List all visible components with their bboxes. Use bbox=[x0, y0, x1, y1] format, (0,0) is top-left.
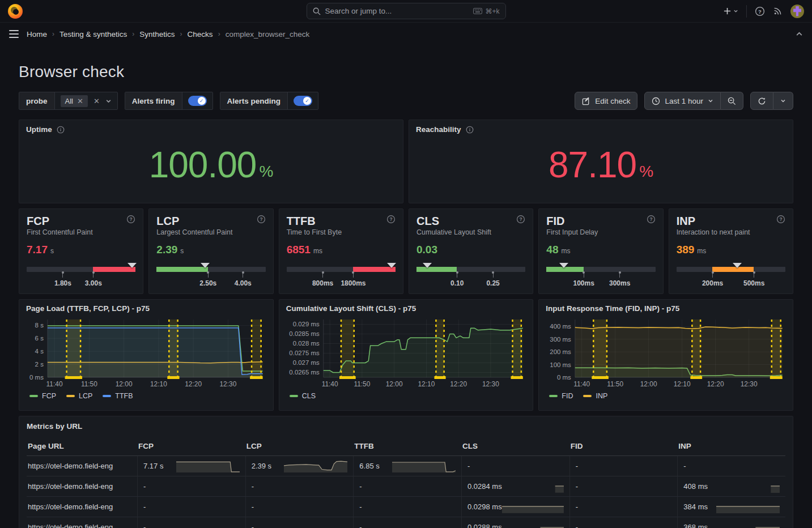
chart-legend: FIDINP bbox=[546, 392, 786, 400]
svg-text:4 s: 4 s bbox=[35, 348, 44, 355]
question-icon[interactable]: ? bbox=[386, 215, 396, 224]
time-series-chart[interactable]: 0 ms100 ms200 ms300 ms400 ms11:4011:5012… bbox=[546, 315, 786, 390]
dashboard: Browser check probe All ✕ ✕ Alerts firin… bbox=[0, 63, 812, 528]
table-row[interactable]: https://otel-demo.field-eng---0.0288 ms-… bbox=[27, 517, 785, 528]
question-icon[interactable]: ? bbox=[647, 215, 656, 224]
vital-title: CLS bbox=[416, 215, 439, 228]
metric-cell: 0.0288 ms bbox=[461, 517, 569, 528]
panel-title[interactable]: Metrics by URL bbox=[27, 422, 785, 431]
legend-item[interactable]: FCP bbox=[29, 392, 56, 400]
search-shortcut: ⌘+k bbox=[485, 7, 499, 15]
column-header[interactable]: CLS bbox=[461, 438, 569, 455]
table-row[interactable]: https://otel-demo.field-eng---0.0284 ms-… bbox=[27, 476, 785, 497]
metric-cell: - bbox=[245, 517, 354, 528]
svg-text:6 s: 6 s bbox=[35, 335, 44, 342]
column-header[interactable]: FCP bbox=[137, 438, 245, 455]
vital-gauge: 100ms300ms bbox=[546, 263, 655, 289]
column-header[interactable]: Page URL bbox=[27, 438, 137, 455]
legend-item[interactable]: LCP bbox=[66, 392, 92, 400]
help-button[interactable]: ? bbox=[755, 6, 765, 16]
vital-value: 389ms bbox=[677, 244, 785, 256]
collapse-chevron-icon[interactable] bbox=[796, 31, 803, 38]
time-range-picker[interactable]: Last 1 hour bbox=[644, 92, 721, 110]
panel-title[interactable]: Page Load (TTFB, FCP, LCP) - p75 bbox=[26, 304, 266, 313]
table-row[interactable]: https://otel-demo.field-eng---0.0298 ms-… bbox=[27, 497, 785, 517]
svg-text:0.029 ms: 0.029 ms bbox=[292, 321, 319, 327]
grafana-logo-icon[interactable] bbox=[8, 4, 23, 19]
chip-remove-icon[interactable]: ✕ bbox=[77, 97, 83, 105]
zoom-out-button[interactable] bbox=[721, 92, 743, 110]
breadcrumb-item[interactable]: Testing & synthetics bbox=[59, 30, 127, 39]
clear-icon[interactable]: ✕ bbox=[93, 97, 100, 105]
alerts-pending-control: Alerts pending bbox=[220, 92, 319, 110]
sparkline bbox=[176, 460, 240, 472]
time-series-chart[interactable]: 0.0265 ms0.027 ms0.0275 ms0.028 ms0.0285… bbox=[286, 315, 526, 390]
svg-text:300 ms: 300 ms bbox=[550, 336, 572, 343]
column-header[interactable]: TTFB bbox=[353, 438, 461, 455]
metric-cell: - bbox=[353, 517, 461, 528]
probe-chip[interactable]: All ✕ bbox=[61, 95, 88, 107]
breadcrumb-item[interactable]: Synthetics bbox=[139, 30, 175, 39]
info-icon[interactable] bbox=[466, 126, 474, 134]
time-series-chart[interactable]: 0 ms2 s4 s6 s8 s11:4011:5012:0012:1012:2… bbox=[26, 315, 266, 390]
svg-text:12:00: 12:00 bbox=[116, 380, 133, 388]
svg-text:12:00: 12:00 bbox=[385, 380, 402, 388]
legend-swatch-icon bbox=[29, 395, 38, 397]
svg-text:12:20: 12:20 bbox=[450, 380, 467, 388]
alerts-pending-toggle[interactable] bbox=[294, 96, 312, 106]
news-button[interactable] bbox=[773, 6, 783, 16]
question-icon[interactable]: ? bbox=[126, 215, 135, 224]
menu-toggle-icon[interactable] bbox=[9, 30, 19, 38]
gauge-tick: 500ms bbox=[754, 272, 754, 278]
legend-item[interactable]: TTFB bbox=[103, 392, 133, 400]
page-url-cell[interactable]: https://otel-demo.field-eng bbox=[27, 476, 137, 496]
panel-title[interactable]: Uptime bbox=[26, 125, 65, 134]
breadcrumb-item[interactable]: complex_browser_check bbox=[226, 30, 310, 39]
vital-panel-lcp: LCP?Largest Contentful Paint2.39s2.50s4.… bbox=[148, 208, 273, 294]
legend-item[interactable]: CLS bbox=[290, 392, 316, 400]
refresh-button[interactable] bbox=[750, 92, 773, 110]
column-header[interactable]: LCP bbox=[245, 438, 354, 455]
breadcrumb-item[interactable]: Home bbox=[27, 30, 47, 39]
vital-gauge: 800ms1800ms bbox=[287, 263, 396, 289]
column-header[interactable]: INP bbox=[677, 438, 785, 455]
user-avatar[interactable] bbox=[790, 5, 804, 18]
page-url-cell[interactable]: https://otel-demo.field-eng bbox=[27, 456, 137, 476]
svg-text:11:40: 11:40 bbox=[573, 380, 590, 388]
legend-item[interactable]: INP bbox=[583, 392, 607, 400]
edit-check-button[interactable]: Edit check bbox=[575, 92, 637, 110]
alerts-firing-toggle[interactable] bbox=[188, 96, 207, 106]
panel-title[interactable]: Cumulative Layout Shift (CLS) - p75 bbox=[286, 304, 526, 313]
svg-text:2 s: 2 s bbox=[35, 361, 44, 368]
question-icon[interactable]: ? bbox=[516, 215, 525, 224]
svg-text:?: ? bbox=[389, 216, 392, 222]
vital-title: FCP bbox=[27, 215, 49, 228]
svg-text:?: ? bbox=[758, 8, 762, 14]
gauge-tick: 2.50s bbox=[208, 272, 209, 278]
table-row[interactable]: https://otel-demo.field-eng7.17 s2.39 s6… bbox=[27, 456, 785, 476]
uptime-value: 100.00 % bbox=[19, 120, 403, 203]
probe-select[interactable]: All ✕ ✕ bbox=[55, 92, 117, 109]
panel-title[interactable]: Input Response Time (FID, INP) - p75 bbox=[546, 304, 786, 313]
question-icon[interactable]: ? bbox=[257, 215, 266, 224]
panel-title[interactable]: Reachability bbox=[416, 125, 474, 134]
breadcrumb-separator: › bbox=[180, 30, 182, 38]
vital-subtitle: Largest Contentful Paint bbox=[156, 228, 265, 236]
refresh-interval-button[interactable] bbox=[773, 92, 793, 110]
breadcrumb-item[interactable]: Checks bbox=[188, 30, 213, 39]
question-icon[interactable]: ? bbox=[776, 215, 785, 224]
gauge-tick: 0.10 bbox=[457, 272, 457, 278]
search-input[interactable]: Search or jump to... ⌘+k bbox=[307, 3, 506, 19]
column-header[interactable]: FID bbox=[569, 438, 678, 455]
svg-text:0 ms: 0 ms bbox=[29, 374, 44, 381]
page-url-cell[interactable]: https://otel-demo.field-eng bbox=[27, 517, 137, 528]
sparkline bbox=[502, 501, 564, 513]
svg-text:0.0265 ms: 0.0265 ms bbox=[289, 369, 320, 376]
chevron-down-icon[interactable] bbox=[105, 98, 112, 104]
info-icon[interactable] bbox=[57, 126, 65, 134]
add-button[interactable] bbox=[723, 7, 738, 15]
vital-panel-ttfb: TTFB?Time to First Byte6851ms800ms1800ms bbox=[279, 208, 403, 294]
legend-item[interactable]: FID bbox=[549, 392, 573, 400]
page-url-cell[interactable]: https://otel-demo.field-eng bbox=[27, 497, 137, 517]
divider bbox=[746, 5, 747, 18]
